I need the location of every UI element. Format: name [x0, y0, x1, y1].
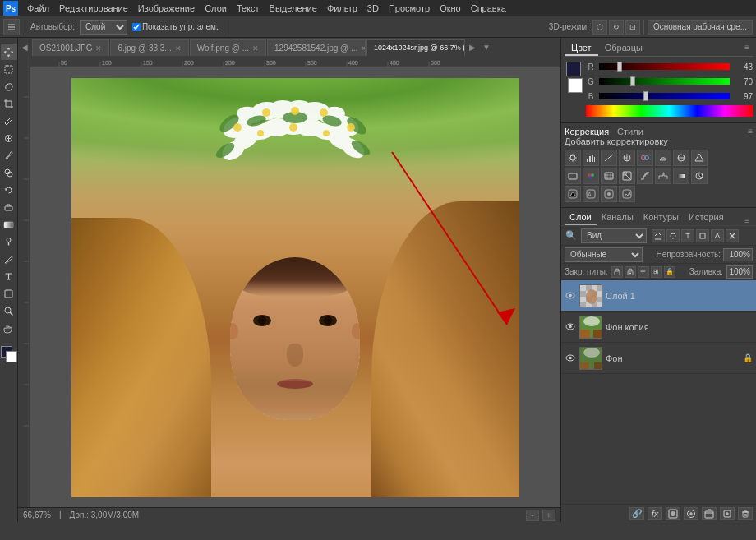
menu-edit[interactable]: Редактирование [55, 2, 132, 14]
fg-color-small[interactable] [566, 62, 581, 76]
threed-btn-3[interactable]: ⊡ [625, 20, 640, 35]
corr-icon-invert[interactable] [619, 168, 635, 184]
tool-shape[interactable] [1, 285, 17, 302]
foreground-background-color[interactable] [1, 346, 17, 362]
layers-mask-btn[interactable] [666, 507, 680, 520]
workspace-dropdown[interactable]: Основная рабочая сре... [648, 20, 753, 35]
canvas-viewport[interactable]: 50 100 150 200 250 300 350 400 450 500 [18, 56, 560, 507]
color-spectrum[interactable] [586, 105, 753, 117]
layers-panel-menu[interactable]: ≡ [741, 216, 753, 225]
tool-eraser[interactable] [1, 199, 17, 215]
g-thumb[interactable] [630, 76, 635, 86]
layers-fx-btn[interactable]: fx [648, 507, 662, 520]
layers-icon-1[interactable] [652, 229, 665, 242]
corr-icon-curves[interactable] [601, 150, 617, 166]
menu-image[interactable]: Изображение [134, 2, 199, 14]
layers-icon-5[interactable] [711, 229, 724, 242]
menu-help[interactable]: Справка [467, 2, 510, 14]
layers-new-btn[interactable] [720, 507, 735, 520]
tool-eyedropper[interactable] [1, 113, 17, 129]
tabs-scroll-left[interactable]: ◀ [18, 38, 31, 56]
corr-icon-vibrance[interactable] [637, 150, 653, 166]
tab-close-2[interactable]: ✕ [252, 44, 259, 53]
lock-transparent[interactable] [611, 266, 623, 278]
corr-icon-gradient-map[interactable] [673, 168, 689, 184]
corr-icon-color-lookup[interactable] [601, 168, 617, 184]
r-thumb[interactable] [617, 62, 622, 72]
bg-color-small[interactable] [568, 78, 583, 93]
fill-input[interactable] [726, 265, 753, 279]
menu-3d[interactable]: 3D [363, 2, 383, 14]
lock-all[interactable]: 🔒 [664, 266, 675, 278]
layers-icon-4[interactable] [696, 229, 709, 242]
correction-tab[interactable]: Коррекция [565, 127, 609, 136]
tab-history[interactable]: История [684, 210, 729, 225]
lock-image[interactable] [625, 266, 636, 278]
corr-icon-photo-filter[interactable] [565, 168, 581, 184]
show-transform-check[interactable]: Показать упр. элем. [132, 22, 219, 31]
menu-window[interactable]: Окно [436, 2, 465, 14]
threed-btn-2[interactable]: ↻ [609, 20, 624, 35]
blend-mode-select[interactable]: Обычные Растворение Затемнение [565, 247, 643, 262]
b-thumb[interactable] [643, 91, 648, 101]
tool-dodge[interactable] [1, 233, 17, 250]
canvas-zoom-out[interactable]: - [526, 510, 539, 521]
corr-icon-a4[interactable] [619, 186, 635, 202]
tab-12942[interactable]: 12942581542.jpg @ ... ✕ [267, 39, 366, 56]
tool-clone[interactable] [1, 164, 17, 181]
tool-brush[interactable] [1, 147, 17, 164]
corr-icon-threshold[interactable] [655, 168, 671, 184]
tab-close-1[interactable]: ✕ [175, 44, 182, 53]
correction-panel-menu[interactable]: ≡ [748, 127, 753, 136]
layers-adjustment-btn[interactable] [684, 507, 698, 520]
corr-icon-a1[interactable] [565, 186, 581, 202]
lock-artboard[interactable]: ⊞ [651, 266, 662, 278]
auto-select-dropdown[interactable]: Слой Группа [80, 20, 127, 35]
corr-icon-selective-color[interactable] [691, 168, 708, 184]
tool-crop[interactable] [1, 95, 17, 112]
corr-icon-levels[interactable] [583, 150, 599, 166]
corr-icon-colorbalance[interactable] [673, 150, 689, 166]
layer-item-0[interactable]: Слой 1 [561, 280, 756, 312]
tool-move[interactable] [1, 44, 17, 60]
canvas-zoom-in[interactable]: + [542, 510, 555, 521]
show-transform-checkbox[interactable] [132, 23, 141, 31]
tool-select-rect[interactable] [1, 61, 17, 77]
tool-gradient[interactable] [1, 216, 17, 233]
layers-icon-6[interactable] [726, 229, 739, 242]
b-slider[interactable] [599, 93, 730, 99]
menu-layers[interactable]: Слои [201, 2, 231, 14]
corr-icon-triangle[interactable] [691, 150, 708, 166]
layer-item-1[interactable]: Фон копия [561, 312, 756, 343]
layer-eye-2[interactable] [565, 353, 576, 364]
corr-icon-channel-mixer[interactable] [583, 168, 599, 184]
color-tab[interactable]: Цвет [565, 41, 598, 56]
menu-view[interactable]: Просмотр [385, 2, 434, 14]
tab-paths[interactable]: Контуры [638, 210, 684, 225]
tool-hand[interactable] [1, 320, 17, 336]
tool-heal[interactable] [1, 130, 17, 146]
tab-wolf[interactable]: Wolf.png @ ... ✕ [190, 39, 266, 56]
tab-close-0[interactable]: ✕ [95, 44, 102, 53]
layer-item-2[interactable]: Фон 🔒 [561, 343, 756, 374]
layer-eye-0[interactable] [565, 290, 576, 302]
layers-icon-2[interactable] [666, 229, 680, 242]
corr-icon-a3[interactable] [601, 186, 617, 202]
styles-tab[interactable]: Стили [617, 127, 643, 136]
tool-pen[interactable] [1, 251, 17, 267]
corr-icon-exposure[interactable] [619, 150, 635, 166]
r-slider[interactable] [599, 63, 730, 70]
corr-icon-posterize[interactable] [637, 168, 653, 184]
tool-zoom[interactable] [1, 302, 17, 319]
menu-select[interactable]: Выделение [265, 2, 321, 14]
color-panel-menu[interactable]: ≡ [741, 41, 753, 56]
tool-lasso[interactable] [1, 78, 17, 95]
threed-btn-1[interactable]: ⬡ [592, 20, 607, 35]
tab-layers[interactable]: Слои [565, 210, 597, 225]
tabs-scroll-right[interactable]: ▶ [466, 38, 479, 56]
layer-eye-1[interactable] [565, 321, 576, 333]
tabs-menu[interactable]: ▼ [480, 38, 493, 56]
corr-icon-hsl[interactable] [655, 150, 671, 166]
menu-file[interactable]: Файл [23, 2, 53, 14]
tab-close-3[interactable]: ✕ [361, 44, 366, 53]
